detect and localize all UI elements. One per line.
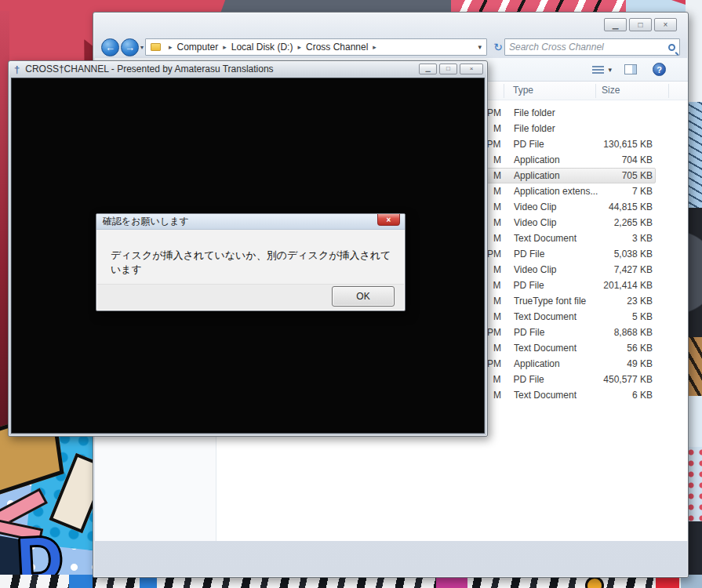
- file-size-cell: 704 KB: [606, 154, 655, 165]
- file-row[interactable]: MApplication705 KB: [483, 168, 656, 183]
- file-row[interactable]: MVideo Clip7,427 KB: [483, 262, 656, 278]
- forward-button[interactable]: →: [121, 38, 139, 56]
- recent-pages-dropdown[interactable]: ▾: [140, 44, 144, 51]
- column-divider[interactable]: [595, 84, 596, 98]
- game-title-bar[interactable]: † CROSS†CHANNEL - Presented by Amaterasu…: [9, 61, 487, 77]
- file-row[interactable]: MText Document3 KB: [483, 230, 656, 246]
- back-icon: ←: [105, 42, 115, 53]
- close-icon: ×: [470, 66, 474, 72]
- file-size-cell: 6 KB: [606, 390, 655, 401]
- file-type-cell: PD File: [513, 374, 603, 385]
- file-type-cell: Text Document: [514, 343, 606, 354]
- file-type-cell: Application: [514, 358, 606, 369]
- file-type-cell: Application extens...: [514, 186, 606, 197]
- file-row[interactable]: MApplication704 KB: [483, 152, 656, 168]
- search-icon: [668, 44, 675, 51]
- file-size-cell: 3 KB: [606, 233, 655, 244]
- file-list: PMFile folderMFile folderPMPD File130,61…: [483, 105, 656, 403]
- file-size-cell: 7 KB: [606, 186, 655, 197]
- file-type-cell: Application: [514, 154, 606, 165]
- file-row[interactable]: MVideo Clip2,265 KB: [483, 215, 656, 230]
- minimize-button[interactable]: ▁: [604, 18, 627, 31]
- file-type-cell: File folder: [514, 123, 606, 134]
- crumb-separator-icon: ▸: [297, 43, 301, 51]
- file-type-cell: Video Clip: [514, 217, 606, 228]
- file-size-cell: 5,038 KB: [606, 249, 655, 260]
- help-button[interactable]: ?: [653, 63, 666, 76]
- close-button[interactable]: ×: [460, 64, 483, 74]
- dialog-title: 確認をお願いします: [103, 215, 189, 228]
- file-type-cell: PD File: [514, 327, 606, 338]
- file-type-cell: Text Document: [514, 311, 606, 322]
- ok-button-label: OK: [356, 291, 369, 302]
- file-row[interactable]: MText Document5 KB: [483, 309, 656, 325]
- file-row[interactable]: PMPD File5,038 KB: [483, 246, 656, 262]
- file-size-cell: 130,615 KB: [603, 139, 655, 150]
- wallpaper-color-block: [69, 575, 93, 588]
- file-type-cell: Application: [514, 170, 606, 181]
- dialog-message: ディスクが挿入されていないか、別のディスクが挿入されています: [111, 249, 393, 277]
- dialog-close-button[interactable]: ×: [377, 214, 400, 226]
- file-row[interactable]: MText Document56 KB: [483, 340, 656, 356]
- chevron-down-icon: ▾: [608, 66, 612, 74]
- refresh-icon: ↻: [493, 41, 503, 53]
- file-type-cell: PD File: [514, 249, 606, 260]
- file-type-cell: Video Clip: [514, 264, 606, 275]
- file-row[interactable]: PMFile folder: [483, 105, 656, 121]
- breadcrumb-cross-channel[interactable]: Cross Channel: [306, 42, 368, 53]
- file-row[interactable]: MApplication extens...7 KB: [483, 183, 656, 199]
- confirmation-dialog: 確認をお願いします × ディスクが挿入されていないか、別のディスクが挿入されてい…: [96, 213, 406, 311]
- list-view-icon: [592, 66, 604, 74]
- preview-pane-button[interactable]: [624, 64, 637, 74]
- file-row[interactable]: MVideo Clip44,815 KB: [483, 199, 656, 215]
- refresh-button[interactable]: ↻: [490, 39, 506, 55]
- back-button[interactable]: ←: [101, 38, 119, 56]
- file-row[interactable]: MPD File201,414 KB: [483, 278, 656, 293]
- ok-button[interactable]: OK: [332, 286, 395, 307]
- file-type-cell: PD File: [513, 280, 603, 291]
- file-size-cell: 8,868 KB: [606, 327, 655, 338]
- forward-icon: →: [125, 42, 135, 53]
- minimize-icon: ▁: [613, 21, 619, 29]
- address-bar[interactable]: ▸ Computer ▸ Local Disk (D:) ▸ Cross Cha…: [145, 38, 487, 56]
- file-type-cell: PD File: [513, 139, 603, 150]
- file-row[interactable]: MTrueType font file23 KB: [483, 293, 656, 309]
- file-row[interactable]: PMPD File130,615 KB: [483, 136, 656, 152]
- desktop: D ▁ □ × ← → ▾ ▸ Computer ▸ Local Disk (D…: [0, 0, 702, 588]
- crumb-separator-icon: ▸: [169, 43, 173, 51]
- file-size-cell: 7,427 KB: [606, 264, 655, 275]
- column-header-size[interactable]: Size: [602, 85, 620, 96]
- breadcrumb-computer[interactable]: Computer: [177, 42, 219, 53]
- column-divider[interactable]: [668, 84, 669, 98]
- minimize-icon: ▁: [425, 66, 430, 72]
- search-input[interactable]: [509, 42, 665, 53]
- file-row[interactable]: MFile folder: [483, 121, 656, 136]
- file-row[interactable]: MPD File450,577 KB: [483, 372, 656, 387]
- file-size-cell: 201,414 KB: [603, 280, 655, 291]
- minimize-button[interactable]: ▁: [419, 64, 437, 74]
- breadcrumb-local-disk[interactable]: Local Disk (D:): [231, 42, 293, 53]
- file-size-cell: 2,265 KB: [606, 217, 655, 228]
- file-row[interactable]: PMPD File8,868 KB: [483, 325, 656, 340]
- file-type-cell: Text Document: [514, 390, 606, 401]
- help-icon: ?: [657, 65, 662, 74]
- file-size-cell: 49 KB: [606, 358, 655, 369]
- file-size-cell: 705 KB: [606, 170, 655, 181]
- column-divider[interactable]: [504, 84, 504, 98]
- file-row[interactable]: PMApplication49 KB: [483, 356, 656, 372]
- change-view-button[interactable]: ▾: [592, 66, 612, 74]
- crumb-separator-icon: ▸: [373, 43, 376, 51]
- maximize-button[interactable]: □: [439, 64, 457, 74]
- maximize-icon: □: [446, 66, 450, 72]
- maximize-button[interactable]: □: [629, 18, 652, 31]
- close-button[interactable]: ×: [654, 18, 677, 31]
- file-type-cell: File folder: [514, 107, 606, 118]
- game-window-controls: ▁ □ ×: [416, 64, 483, 74]
- column-header-type[interactable]: Type: [513, 85, 533, 96]
- file-row[interactable]: MText Document6 KB: [483, 387, 656, 403]
- file-size-cell: 56 KB: [606, 343, 655, 354]
- dialog-title-bar[interactable]: 確認をお願いします: [96, 214, 405, 230]
- file-size-cell: 450,577 KB: [603, 374, 655, 385]
- address-dropdown-icon[interactable]: ▾: [478, 43, 482, 51]
- crumb-separator-icon: ▸: [223, 43, 227, 51]
